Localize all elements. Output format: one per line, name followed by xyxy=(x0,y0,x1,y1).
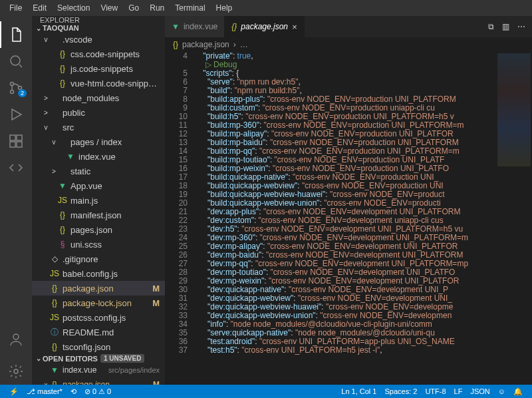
menu-go[interactable]: Go xyxy=(124,2,143,14)
editor-tabs: ▼index.vue {}package.json× ⧉ ▥ ⋯ xyxy=(165,16,532,37)
tree-item-index-vue[interactable]: ▼index.vue xyxy=(32,149,165,164)
file-tree: v.vscode{}css.code-snippets{}js.code-sni… xyxy=(32,32,165,354)
open-editors-header[interactable]: ⌄OPEN EDITORS1 UNSAVED xyxy=(32,354,165,363)
tree-item-src[interactable]: vsrc xyxy=(32,120,165,134)
remote-icon[interactable] xyxy=(0,154,32,181)
code-content[interactable]: "private": true, ▷ Debug "scripts": { "s… xyxy=(194,52,495,385)
svg-rect-6 xyxy=(17,142,22,147)
tree-item-readme-md[interactable]: ⓘREADME.md xyxy=(32,325,165,339)
tree-item-app-vue[interactable]: ▼App.vue xyxy=(32,178,165,193)
tree-item-package-json[interactable]: {}package.jsonM xyxy=(32,281,165,296)
tree-item-css-code-snippets[interactable]: {}css.code-snippets xyxy=(32,47,165,61)
tree-item-package-lock-json[interactable]: {}package-lock.jsonM xyxy=(32,296,165,310)
tree-item-static[interactable]: >static xyxy=(32,164,165,178)
explorer-icon[interactable] xyxy=(0,21,32,48)
editor-body[interactable]: 4567891011121314151617181920212223242526… xyxy=(165,52,532,385)
svg-point-2 xyxy=(11,91,14,94)
tab-index-vue[interactable]: ▼index.vue xyxy=(165,16,225,37)
eol[interactable]: LF xyxy=(450,387,467,396)
statusbar: ⚡ ⎇ master* ⟲ ⊘0 ⚠0 Ln 1, Col 1 Spaces: … xyxy=(0,385,532,398)
menubar: File Edit Selection View Go Run Terminal… xyxy=(0,0,532,16)
tree-item-public[interactable]: >public xyxy=(32,105,165,120)
folder-root-header[interactable]: ⌄TAOQUAN xyxy=(32,24,165,32)
close-icon[interactable]: × xyxy=(292,22,297,32)
line-gutter: 4567891011121314151617181920212223242526… xyxy=(165,52,194,385)
accounts-icon[interactable] xyxy=(0,326,32,353)
search-icon[interactable] xyxy=(0,48,32,75)
menu-edit[interactable]: Edit xyxy=(29,2,51,14)
tab-package-json[interactable]: {}package.json× xyxy=(225,16,304,37)
svg-rect-4 xyxy=(10,135,15,140)
activitybar: 2 xyxy=(0,16,32,385)
menu-view[interactable]: View xyxy=(96,2,122,14)
tree-item--gitignore[interactable]: ◇.gitignore xyxy=(32,252,165,266)
feedback-icon[interactable]: ☺ xyxy=(494,387,509,396)
json-icon: {} xyxy=(173,40,178,49)
tree-item-uni-scss[interactable]: §uni.scss xyxy=(32,237,165,252)
compare-icon[interactable]: ⧉ xyxy=(488,22,494,31)
editor-area: ▼index.vue {}package.json× ⧉ ▥ ⋯ {} pack… xyxy=(165,16,532,385)
tree-item-postcss-config-js[interactable]: JSpostcss.config.js xyxy=(32,310,165,325)
tree-item-pages-json[interactable]: {}pages.json xyxy=(32,222,165,237)
menu-help[interactable]: Help xyxy=(212,2,237,14)
problems[interactable]: ⊘0 ⚠0 xyxy=(80,387,115,396)
run-debug-icon[interactable] xyxy=(0,101,32,128)
scm-badge: 2 xyxy=(18,89,27,97)
open-editors-list: ▼index.vuesrc/pages/index×{}package.json… xyxy=(32,363,165,385)
tree-item-pages-index[interactable]: vpages / index xyxy=(32,134,165,149)
tree-item-babel-config-js[interactable]: JSbabel.config.js xyxy=(32,266,165,281)
tree-item-manifest-json[interactable]: {}manifest.json xyxy=(32,208,165,222)
cursor-position[interactable]: Ln 1, Col 1 xyxy=(337,387,380,396)
extensions-icon[interactable] xyxy=(0,128,32,154)
open-editor-package-json[interactable]: ×{}package.jsonM xyxy=(32,377,165,385)
svg-point-8 xyxy=(13,334,19,339)
menu-terminal[interactable]: Terminal xyxy=(171,2,209,14)
tree-item-js-code-snippets[interactable]: {}js.code-snippets xyxy=(32,61,165,76)
more-icon[interactable]: ⋯ xyxy=(517,22,525,31)
git-branch[interactable]: ⎇ master* xyxy=(23,387,66,396)
tree-item-tsconfig-json[interactable]: {}tsconfig.json xyxy=(32,339,165,354)
settings-gear-icon[interactable] xyxy=(0,358,32,385)
svg-rect-5 xyxy=(10,142,15,147)
source-control-icon[interactable]: 2 xyxy=(0,75,32,101)
sidebar: EXPLORER ⌄TAOQUAN v.vscode{}css.code-sni… xyxy=(32,16,165,385)
minimap[interactable] xyxy=(495,52,532,385)
sidebar-title: EXPLORER xyxy=(32,16,165,24)
encoding[interactable]: UTF-8 xyxy=(421,387,450,396)
unsaved-pill: 1 UNSAVED xyxy=(100,354,145,363)
menu-run[interactable]: Run xyxy=(146,2,168,14)
svg-point-9 xyxy=(14,369,18,373)
indentation[interactable]: Spaces: 2 xyxy=(380,387,421,396)
sync-icon[interactable]: ⟲ xyxy=(66,387,80,396)
open-editor-index-vue[interactable]: ▼index.vuesrc/pages/index xyxy=(32,363,165,377)
split-editor-icon[interactable]: ▥ xyxy=(502,22,509,31)
tree-item-vue-html-code-snippets[interactable]: {}vue-html.code-snippets xyxy=(32,76,165,91)
language-mode[interactable]: JSON xyxy=(466,387,493,396)
tab-actions: ⧉ ▥ ⋯ xyxy=(481,16,532,37)
svg-point-1 xyxy=(11,83,14,86)
notifications-icon[interactable]: 🔔 xyxy=(509,387,527,396)
svg-rect-7 xyxy=(17,135,22,140)
tree-item-main-js[interactable]: JSmain.js xyxy=(32,193,165,208)
menu-file[interactable]: File xyxy=(5,2,26,14)
svg-point-0 xyxy=(11,56,20,65)
tree-item-node-modules[interactable]: >node_modules xyxy=(32,91,165,105)
remote-indicator[interactable]: ⚡ xyxy=(5,387,23,396)
menu-selection[interactable]: Selection xyxy=(53,2,94,14)
tree-item--vscode[interactable]: v.vscode xyxy=(32,32,165,47)
breadcrumbs[interactable]: {} package.json › … xyxy=(165,37,532,52)
ellipsis-icon: … xyxy=(240,40,248,49)
